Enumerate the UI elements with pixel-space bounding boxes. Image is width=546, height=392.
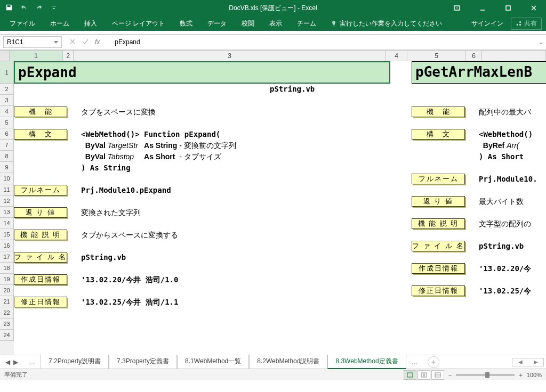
select-all-corner[interactable]	[0, 51, 10, 61]
r-label-created: 作成日情報	[412, 263, 465, 274]
enter-icon[interactable]	[82, 38, 89, 46]
r-label-desc: 機 能 説 明	[412, 218, 465, 229]
tab-insert[interactable]: 挿入	[79, 17, 102, 30]
ribbon-display-icon[interactable]	[445, 0, 469, 16]
col-header[interactable]: 1	[10, 51, 63, 61]
val-filename: pString.vb	[81, 253, 126, 262]
sheet-tab[interactable]: 7.3Property定義書	[109, 355, 177, 369]
zoom-out-icon[interactable]: −	[448, 372, 452, 378]
row-header[interactable]: 11	[0, 184, 14, 195]
zoom-in-icon[interactable]: +	[519, 372, 522, 378]
col-header[interactable]: 2	[63, 51, 74, 61]
quick-access-toolbar	[0, 4, 58, 13]
signin-link[interactable]: サインイン	[471, 19, 503, 28]
name-box[interactable]: R1C1	[3, 36, 62, 48]
row-header[interactable]: 16	[0, 240, 14, 251]
formula-input[interactable]: pExpand	[111, 38, 535, 46]
view-pagelayout-icon[interactable]	[417, 370, 430, 380]
r-val-syntax3: ) As Short	[479, 152, 524, 161]
row-header[interactable]: 13	[0, 207, 14, 218]
val-desc: タブからスペースに変換する	[81, 231, 178, 240]
col-header[interactable]: 3	[74, 51, 386, 61]
row-header[interactable]: 22	[0, 307, 14, 318]
save-icon[interactable]	[5, 4, 13, 13]
share-button[interactable]: 共有	[511, 18, 542, 30]
label-filename: フ ァ イ ル 名	[14, 252, 67, 263]
row-header[interactable]: 6	[0, 128, 14, 140]
tab-scroll-right-icon[interactable]: ▶	[13, 358, 18, 366]
col-header[interactable]: 5	[407, 51, 466, 61]
row-header[interactable]: 2	[0, 84, 14, 95]
val-syntax3: ByVal Tabstop As Short - タブサイズ	[81, 152, 221, 162]
col-header[interactable]: 4	[386, 51, 407, 61]
titlebar: DocVB.xls [保護ビュー] - Excel	[0, 0, 546, 16]
sheet-tab[interactable]: 8.2WebMethod説明書	[249, 355, 327, 369]
zoom-level[interactable]: 100%	[527, 372, 542, 378]
tab-file[interactable]: ファイル	[4, 17, 41, 30]
row-header[interactable]: 3	[0, 95, 14, 106]
col-header[interactable]: 6	[466, 51, 482, 61]
view-normal-icon[interactable]	[404, 370, 416, 380]
horizontal-scrollbar[interactable]: ◀▶	[512, 358, 544, 366]
sheet-tab[interactable]: 8.3WebMethod定義書	[327, 355, 406, 369]
r-label-filename: フ ァ イ ル 名	[412, 241, 465, 251]
row-header[interactable]: 12	[0, 195, 14, 207]
row-header[interactable]: 14	[0, 218, 14, 229]
tab-formulas[interactable]: 数式	[174, 17, 198, 30]
row-header[interactable]: 23	[0, 318, 14, 330]
r-val-modified: '13.02.25/今	[479, 287, 531, 296]
file-name-text: pString.vb	[270, 85, 315, 93]
tab-view[interactable]: 表示	[264, 17, 287, 30]
tab-pagelayout[interactable]: ページ レイアウト	[107, 17, 170, 30]
row-header[interactable]: 5	[0, 117, 14, 128]
minimize-icon[interactable]	[470, 0, 495, 16]
tab-team[interactable]: チーム	[292, 17, 322, 30]
cell-title-left[interactable]: pExpand	[14, 61, 390, 84]
cell-title-right[interactable]: pGetArrMaxLenB	[412, 61, 546, 84]
tab-scroll-left-icon[interactable]: ◀	[5, 358, 10, 366]
fx-icon[interactable]: fx	[95, 38, 100, 46]
row-header[interactable]: 7	[0, 140, 14, 151]
row-header[interactable]: 18	[0, 263, 14, 274]
undo-icon[interactable]	[20, 4, 28, 13]
tab-overflow-right[interactable]: …	[406, 356, 423, 368]
close-icon[interactable]	[521, 0, 546, 16]
r-val-return: 最大バイト数	[479, 197, 524, 207]
row-header[interactable]: 9	[0, 162, 14, 173]
add-sheet-button[interactable]: ＋	[428, 356, 439, 368]
tab-home[interactable]: ホーム	[45, 17, 75, 30]
label-created: 作成日情報	[14, 274, 67, 285]
maximize-icon[interactable]	[496, 0, 520, 16]
row-header[interactable]: 17	[0, 251, 14, 263]
tab-data[interactable]: データ	[202, 17, 232, 30]
r-label-fullname: フルネーム	[412, 174, 465, 184]
expand-formula-icon[interactable]: ⌄	[535, 38, 546, 46]
spreadsheet-grid: 123456 123456789101112131415161718192021…	[0, 50, 546, 355]
zoom-slider[interactable]	[456, 374, 515, 376]
view-pagebreak-icon[interactable]	[431, 370, 444, 380]
tab-review[interactable]: 校閲	[236, 17, 260, 30]
tell-me-search[interactable]: 実行したい作業を入力してください	[330, 19, 442, 28]
row-header[interactable]: 8	[0, 151, 14, 162]
row-header[interactable]: 15	[0, 229, 14, 240]
row-header[interactable]: 10	[0, 173, 14, 184]
col-header[interactable]	[482, 51, 546, 61]
val-func: タブをスペースに変換	[81, 108, 156, 117]
qat-dropdown-icon[interactable]	[50, 4, 58, 13]
cancel-icon[interactable]	[69, 38, 76, 46]
row-header[interactable]: 4	[0, 106, 14, 117]
row-header[interactable]: 1	[0, 61, 14, 84]
row-header[interactable]: 21	[0, 296, 14, 307]
svg-point-5	[517, 24, 518, 26]
row-header[interactable]: 24	[0, 330, 14, 341]
row-header[interactable]: 20	[0, 285, 14, 296]
row-header[interactable]: 19	[0, 274, 14, 285]
sheet-tab[interactable]: 7.2Property説明書	[41, 355, 109, 369]
sheet-tab[interactable]: 8.1WebMethod一覧	[177, 355, 249, 369]
tab-overflow-left[interactable]: …	[23, 356, 41, 368]
redo-icon[interactable]	[35, 4, 43, 13]
val-modified: '13.02.25/今井 浩司/1.1	[81, 298, 178, 307]
sheet-canvas[interactable]: pExpand pGetArrMaxLenB pString.vb 機 能 タブ…	[14, 61, 546, 355]
window-title: DocVB.xls [保護ビュー] - Excel	[229, 4, 317, 13]
r-val-syntax1: <WebMethod()	[479, 130, 533, 138]
